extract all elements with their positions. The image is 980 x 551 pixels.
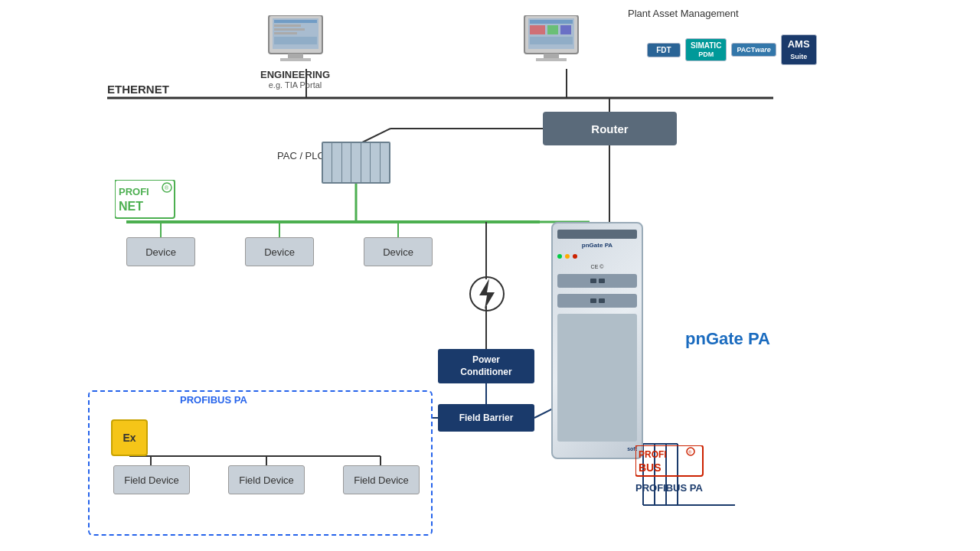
lightning-icon [469,276,505,312]
port-hole-1 [590,279,596,283]
brand-logos: FDT SIMATICPDM PACTware AMSSuite [647,34,817,65]
svg-rect-34 [274,32,297,34]
pac-slot-6 [371,143,380,182]
profinet-logo-svg: PROFI ® NET [115,180,176,220]
svg-text:PROFI: PROFI [639,449,667,460]
engineering-pc: ENGINEERING e.g. TIA Portal [260,15,330,90]
pngate-device-label: pnGate PA [557,242,637,249]
svg-text:BUS: BUS [639,461,662,474]
pngate-soft-label: soft [557,446,637,452]
profibus-pa-inner-label: PROFIBUS PA [180,394,247,406]
profibus-logo-right: PROFI ® BUS [635,445,704,481]
svg-rect-42 [547,25,558,34]
pngate-port-1 [557,274,637,288]
simatic-logo: SIMATICPDM [685,38,727,61]
svg-rect-36 [288,54,303,58]
port-hole-3 [590,298,596,303]
port-hole-2 [599,279,605,283]
profibus-pa-box [88,390,433,536]
device-1: Device [126,237,195,266]
svg-rect-32 [274,24,301,27]
pngate-body [557,314,637,442]
svg-rect-33 [274,28,305,31]
field-barrier-label: Field Barrier [459,412,514,423]
svg-marker-53 [479,279,495,309]
svg-text:®: ® [165,185,169,191]
pac-plc-label: PAC / PLC [277,150,325,161]
pac-slot-3 [342,143,351,182]
device-3: Device [364,237,433,266]
router-box: Router [543,112,677,145]
engineering-monitor-icon [265,15,326,63]
router-label: Router [591,122,628,135]
pngate-leds [557,254,637,259]
pactware-logo: PACTware [731,43,776,57]
pac-slot-4 [351,143,361,182]
ethernet-label: ETHERNET [107,83,169,96]
svg-text:®: ® [688,450,692,455]
engineering-label: ENGINEERING [260,69,330,80]
svg-rect-43 [560,25,571,34]
diagram: ETHERNET ENGINEERING e.g. TIA Portal [0,0,980,551]
svg-rect-31 [274,20,317,23]
field-device-1: Field Device [113,465,190,494]
svg-rect-44 [530,37,573,44]
profibus-logo-svg: PROFI ® BUS [635,445,704,478]
fdt-logo: FDT [647,43,681,57]
profibus-pa-right-label: PROFIBUS PA [635,482,703,494]
lightning-symbol [469,276,505,315]
profinet-logo: PROFI ® NET [115,180,176,223]
port-hole-4 [599,298,605,303]
pac-plc-visual [322,142,390,184]
field-barrier-box: Field Barrier [438,404,534,432]
pac-slot-7 [381,143,389,182]
svg-text:NET: NET [119,200,143,213]
pngate-ce-label: CE © [557,264,637,269]
svg-rect-46 [536,58,567,61]
led-green [557,254,562,259]
field-device-3: Field Device [343,465,420,494]
plant-asset-header: Plant Asset Management [628,8,739,19]
svg-rect-40 [530,20,573,24]
pngate-device: pnGate PA CE © soft [551,222,643,459]
pngate-port-2 [557,294,637,308]
power-conditioner-label: PowerConditioner [460,354,511,378]
engineering-sublabel: e.g. TIA Portal [260,80,330,90]
led-yellow [565,254,570,259]
device-2: Device [245,237,314,266]
field-device-2: Field Device [228,465,305,494]
svg-rect-35 [274,37,317,44]
pac-slot-1 [323,143,332,182]
svg-rect-45 [544,54,559,58]
ex-badge: Ex [111,419,148,456]
plant-asset-pc [521,15,582,66]
svg-rect-37 [280,58,311,61]
power-conditioner-box: PowerConditioner [438,349,534,383]
pngate-top-bar [557,230,637,239]
ams-logo: AMSSuite [781,34,817,65]
pngate-pa-label: pnGate PA [685,329,770,349]
pac-slot-5 [361,143,371,182]
svg-text:PROFI: PROFI [119,186,149,197]
led-red [573,254,577,259]
plant-monitor-icon [521,15,582,63]
pac-slot-2 [332,143,341,182]
svg-rect-41 [530,25,545,34]
